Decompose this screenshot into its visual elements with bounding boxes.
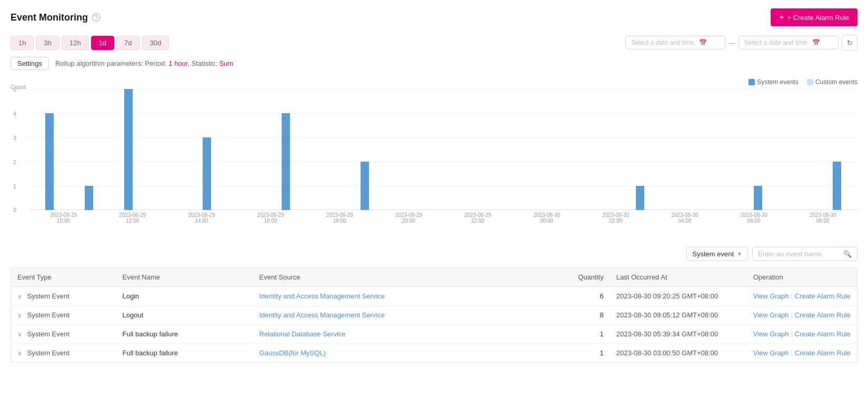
refresh-button[interactable]: ↻ bbox=[842, 35, 857, 51]
x-label-1: 2023-08-2912:00 bbox=[114, 212, 151, 224]
event-name-placeholder: Enter an event name. bbox=[758, 250, 823, 258]
time-btn-1d[interactable]: 1d bbox=[91, 36, 114, 50]
x-label-5: 2023-08-2920:00 bbox=[390, 212, 427, 224]
chart-area: System events Custom events Count 5 4 3 … bbox=[11, 78, 857, 236]
bar-group-19 bbox=[778, 89, 817, 210]
op-separator: | bbox=[791, 311, 792, 319]
date-separator: — bbox=[729, 39, 735, 47]
view-graph-link[interactable]: View Graph bbox=[753, 311, 789, 319]
bar-0 bbox=[45, 113, 54, 210]
quantity-cell: 1 bbox=[557, 344, 610, 363]
view-graph-link[interactable]: View Graph bbox=[753, 292, 789, 300]
date-cell: 2023-08-30 09:05:12 GMT+08:00 bbox=[610, 306, 747, 325]
bar-group-11 bbox=[463, 89, 502, 210]
bar-group-13 bbox=[542, 89, 581, 210]
page-title: Event Monitoring bbox=[11, 12, 88, 23]
bar-group-14 bbox=[581, 89, 621, 210]
event-source-cell: Relational Database Service bbox=[253, 325, 557, 344]
bar-group-5 bbox=[227, 89, 266, 210]
bar-group-6 bbox=[266, 89, 306, 210]
bar-group-9 bbox=[384, 89, 424, 210]
create-alarm-rule-link[interactable]: Create Alarm Rule bbox=[795, 330, 851, 338]
x-label-8: 2023-08-3002:00 bbox=[597, 212, 634, 224]
rollup-info: Rollup algorithm parameters: Period: 1 h… bbox=[55, 59, 233, 67]
table-row: ∨ System Event Full backup failure Gauss… bbox=[11, 344, 857, 363]
chevron-down-icon: ▼ bbox=[737, 251, 742, 257]
date-cell: 2023-08-30 09:20:25 GMT+08:00 bbox=[610, 287, 747, 306]
event-type-cell: ∨ System Event bbox=[11, 287, 116, 306]
bar-group-8 bbox=[345, 89, 384, 210]
x-label-11: 2023-08-3008:00 bbox=[804, 212, 841, 224]
start-date-placeholder: Select a date and time. bbox=[631, 39, 696, 46]
bar-group-4 bbox=[187, 89, 227, 210]
date-cell: 2023-08-30 03:00:50 GMT+08:00 bbox=[610, 344, 747, 363]
event-name-input[interactable]: Enter an event name. 🔍 bbox=[752, 247, 857, 261]
create-alarm-rule-link[interactable]: Create Alarm Rule bbox=[795, 311, 851, 319]
col-operation: Operation bbox=[747, 268, 857, 287]
chart-container: Count 5 4 3 2 1 0 2023-08-2910:00 2023-0… bbox=[11, 78, 857, 236]
view-graph-link[interactable]: View Graph bbox=[753, 349, 789, 357]
table-row: ∨ System Event Full backup failure Relat… bbox=[11, 325, 857, 344]
end-date-input[interactable]: Select a date and time. 📅 bbox=[739, 36, 839, 49]
time-btn-12h[interactable]: 12h bbox=[62, 36, 89, 50]
create-alarm-rule-link[interactable]: Create Alarm Rule bbox=[795, 292, 851, 300]
event-name-cell: Logout bbox=[116, 306, 253, 325]
expand-icon[interactable]: ∨ bbox=[17, 350, 22, 357]
time-btn-1h[interactable]: 1h bbox=[11, 36, 34, 50]
bar-group-12 bbox=[502, 89, 542, 210]
event-name-cell: Login bbox=[116, 287, 253, 306]
op-separator: | bbox=[791, 349, 792, 357]
bar-group-18 bbox=[739, 89, 778, 210]
expand-icon[interactable]: ∨ bbox=[17, 293, 22, 300]
bar-group-16 bbox=[660, 89, 699, 210]
quantity-cell: 6 bbox=[557, 287, 610, 306]
col-quantity: Quantity bbox=[557, 268, 610, 287]
filter-row: System event ▼ Enter an event name. 🔍 bbox=[11, 247, 857, 261]
bar-group-0 bbox=[30, 89, 69, 210]
quantity-cell: 8 bbox=[557, 306, 610, 325]
time-btn-30d[interactable]: 30d bbox=[142, 36, 169, 50]
bar-group-2 bbox=[109, 89, 148, 210]
op-separator: | bbox=[791, 330, 792, 338]
x-label-10: 2023-08-3006:00 bbox=[735, 212, 772, 224]
date-range-picker: Select a date and time. 📅 — Select a dat… bbox=[625, 35, 857, 51]
event-source-cell: Identity and Access Management Service bbox=[253, 287, 557, 306]
view-graph-link[interactable]: View Graph bbox=[753, 330, 789, 338]
x-label-4: 2023-08-2918:00 bbox=[321, 212, 358, 224]
bar-1 bbox=[85, 186, 93, 210]
col-event-name: Event Name bbox=[116, 268, 253, 287]
event-type-cell: ∨ System Event bbox=[11, 325, 116, 344]
expand-icon[interactable]: ∨ bbox=[17, 312, 22, 319]
x-label-7: 2023-08-3000:00 bbox=[528, 212, 565, 224]
chart-inner: 5 4 3 2 1 0 2023-08-2910:00 2023-08-2912… bbox=[29, 89, 857, 226]
time-btn-3h[interactable]: 3h bbox=[36, 36, 59, 50]
x-label-3: 2023-08-2916:00 bbox=[252, 212, 289, 224]
create-alarm-rule-label: + Create Alarm Rule bbox=[787, 14, 849, 22]
event-source-cell: GaussDB(for MySQL) bbox=[253, 344, 557, 363]
settings-button[interactable]: Settings bbox=[11, 57, 49, 70]
operation-cell: View Graph | Create Alarm Rule bbox=[747, 306, 857, 325]
event-source-cell: Identity and Access Management Service bbox=[253, 306, 557, 325]
x-label-9: 2023-08-3004:00 bbox=[666, 212, 703, 224]
bar-15 bbox=[636, 186, 644, 210]
event-name-cell: Full backup failure bbox=[116, 325, 253, 344]
table-row: ∨ System Event Login Identity and Access… bbox=[11, 287, 857, 306]
time-btn-7d[interactable]: 7d bbox=[116, 36, 139, 50]
bar-group-3 bbox=[148, 89, 187, 210]
create-alarm-rule-link[interactable]: Create Alarm Rule bbox=[795, 349, 851, 357]
event-type-select[interactable]: System event ▼ bbox=[686, 247, 748, 261]
time-range-buttons: 1h 3h 12h 1d 7d 30d bbox=[11, 36, 169, 50]
expand-icon[interactable]: ∨ bbox=[17, 331, 22, 338]
bar-8 bbox=[361, 162, 369, 210]
start-calendar-icon: 📅 bbox=[699, 39, 707, 46]
events-table: Event Type Event Name Event Source Quant… bbox=[11, 267, 857, 363]
bar-group-10 bbox=[424, 89, 463, 210]
x-label-0: 2023-08-2910:00 bbox=[45, 212, 82, 224]
bar-4 bbox=[203, 137, 211, 210]
create-alarm-rule-button[interactable]: + + Create Alarm Rule bbox=[771, 8, 857, 26]
start-date-input[interactable]: Select a date and time. 📅 bbox=[625, 36, 725, 49]
bars-area bbox=[29, 89, 857, 210]
bar-6 bbox=[282, 113, 290, 210]
plus-icon: + bbox=[779, 13, 784, 22]
help-icon[interactable]: ? bbox=[92, 13, 101, 22]
